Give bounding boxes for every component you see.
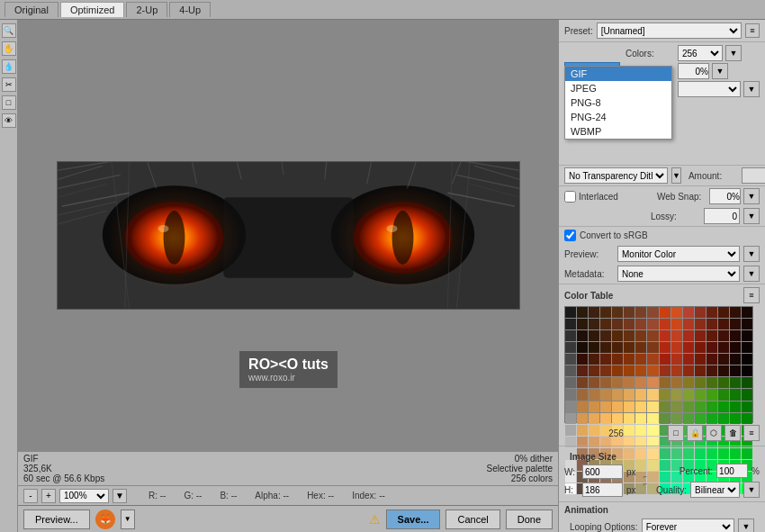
color-cell[interactable] — [612, 319, 623, 329]
color-cell[interactable] — [718, 413, 729, 424]
color-cell[interactable] — [589, 307, 599, 318]
color-cell[interactable] — [730, 377, 741, 388]
new-color-btn[interactable]: □ — [668, 425, 684, 441]
color-cell[interactable] — [742, 413, 752, 424]
color-cell[interactable] — [718, 319, 729, 329]
color-cell[interactable] — [718, 354, 729, 365]
toggle-tool[interactable]: □ — [2, 95, 16, 110]
color-cell[interactable] — [589, 330, 599, 341]
delete-color-btn[interactable]: 🗑 — [724, 425, 741, 441]
color-cell[interactable] — [706, 330, 717, 341]
color-cell[interactable] — [589, 401, 599, 412]
zoom-minus-btn[interactable]: - — [23, 489, 38, 503]
color-cell[interactable] — [683, 307, 694, 318]
tab-optimized[interactable]: Optimized — [60, 2, 125, 17]
color-cell[interactable] — [589, 354, 599, 365]
color-cell[interactable] — [565, 389, 576, 400]
color-cell[interactable] — [612, 389, 623, 400]
tab-original[interactable]: Original — [4, 2, 58, 17]
color-cell[interactable] — [647, 330, 658, 341]
trans-dither-dropdown-btn[interactable]: ▼ — [671, 167, 681, 184]
color-cell[interactable] — [647, 342, 658, 353]
color-cell[interactable] — [647, 401, 658, 412]
color-cell[interactable] — [742, 401, 752, 412]
color-cell[interactable] — [683, 342, 694, 353]
color-cell[interactable] — [565, 377, 576, 388]
browser-dropdown-btn[interactable]: ▼ — [121, 509, 135, 529]
color-cell[interactable] — [612, 377, 623, 388]
color-cell[interactable] — [565, 413, 576, 424]
convert-checkbox[interactable] — [564, 230, 576, 241]
color-table-menu-btn[interactable]: ≡ — [743, 287, 760, 303]
color-cell[interactable] — [671, 377, 682, 388]
color-cell[interactable] — [577, 401, 588, 412]
color-cell[interactable] — [718, 330, 729, 341]
quality-menu-btn[interactable]: ▼ — [743, 482, 760, 498]
color-cell[interactable] — [612, 413, 623, 424]
color-cell[interactable] — [706, 401, 717, 412]
color-cell[interactable] — [624, 377, 634, 388]
color-cell[interactable] — [600, 354, 611, 365]
color-cell[interactable] — [635, 319, 646, 329]
color-cell[interactable] — [612, 401, 623, 412]
color-cell[interactable] — [647, 365, 658, 376]
color-cell[interactable] — [695, 307, 706, 318]
color-cell[interactable] — [695, 401, 706, 412]
color-cell[interactable] — [635, 365, 646, 376]
color-cell[interactable] — [742, 307, 752, 318]
lock-color-btn[interactable]: 🔒 — [687, 425, 703, 441]
color-cell[interactable] — [589, 365, 599, 376]
color-cell[interactable] — [624, 389, 634, 400]
color-cell[interactable] — [577, 342, 588, 353]
color-cell[interactable] — [660, 354, 670, 365]
percent-input[interactable] — [716, 464, 748, 478]
color-cell[interactable] — [730, 365, 741, 376]
color-cell[interactable] — [730, 330, 741, 341]
color-cell[interactable] — [706, 319, 717, 329]
color-cell[interactable] — [706, 307, 717, 318]
matte-select[interactable] — [678, 81, 741, 97]
zoom-select[interactable]: 100% 50% 200% — [59, 489, 109, 503]
color-cell[interactable] — [647, 354, 658, 365]
color-cell[interactable] — [718, 401, 729, 412]
color-cell[interactable] — [706, 413, 717, 424]
color-cell[interactable] — [671, 307, 682, 318]
color-cell[interactable] — [565, 365, 576, 376]
color-cell[interactable] — [695, 319, 706, 329]
color-cell[interactable] — [683, 319, 694, 329]
color-cell[interactable] — [730, 307, 741, 318]
lossy-input[interactable] — [704, 208, 740, 224]
color-cell[interactable] — [565, 330, 576, 341]
color-cell[interactable] — [577, 307, 588, 318]
color-cell[interactable] — [718, 307, 729, 318]
color-cell[interactable] — [612, 342, 623, 353]
color-cell[interactable] — [695, 354, 706, 365]
color-options-btn[interactable]: ≡ — [743, 425, 760, 441]
color-cell[interactable] — [577, 330, 588, 341]
color-cell[interactable] — [695, 342, 706, 353]
looping-select[interactable]: Forever — [642, 518, 734, 532]
color-cell[interactable] — [624, 319, 634, 329]
color-cell[interactable] — [660, 330, 670, 341]
color-cell[interactable] — [718, 342, 729, 353]
color-cell[interactable] — [635, 330, 646, 341]
color-cell[interactable] — [600, 307, 611, 318]
color-cell[interactable] — [671, 365, 682, 376]
color-cell[interactable] — [647, 377, 658, 388]
color-cell[interactable] — [600, 330, 611, 341]
color-cell[interactable] — [589, 413, 599, 424]
color-cell[interactable] — [624, 330, 634, 341]
format-option-png8[interactable]: PNG-8 — [565, 95, 671, 110]
color-cell[interactable] — [647, 413, 658, 424]
color-cell[interactable] — [706, 377, 717, 388]
color-cell[interactable] — [660, 377, 670, 388]
color-cell[interactable] — [600, 342, 611, 353]
lossy-menu-btn[interactable]: ▼ — [743, 208, 760, 224]
color-cell[interactable] — [695, 377, 706, 388]
color-cell[interactable] — [565, 401, 576, 412]
color-cell[interactable] — [589, 319, 599, 329]
transparency-dither-select[interactable]: No Transparency Dither — [564, 167, 668, 184]
color-cell[interactable] — [671, 413, 682, 424]
format-option-png24[interactable]: PNG-24 — [565, 110, 671, 124]
color-cell[interactable] — [671, 354, 682, 365]
